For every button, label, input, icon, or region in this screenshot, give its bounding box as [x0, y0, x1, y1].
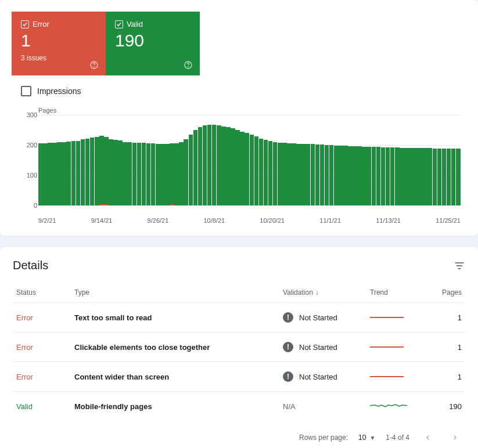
- y-tick: 0: [34, 202, 37, 209]
- col-type[interactable]: Type: [71, 283, 279, 303]
- cell-trend: [366, 392, 430, 422]
- pager-rows-select[interactable]: 10 ▼: [358, 433, 375, 442]
- bar: [231, 115, 235, 205]
- bar: [235, 115, 240, 205]
- x-tick: 11/25/21: [436, 217, 461, 224]
- status-card-valid-value: 190: [115, 31, 191, 50]
- details-panel: Details Status Type Validation↓ Trend Pa…: [0, 247, 478, 448]
- bar: [127, 115, 132, 205]
- pager-next-button[interactable]: [447, 429, 463, 446]
- checkbox-checked-icon: [115, 20, 123, 28]
- svg-rect-4: [455, 262, 464, 263]
- status-card-error[interactable]: Error 1 3 issues: [12, 12, 106, 75]
- bar: [221, 115, 226, 205]
- bar: [353, 115, 357, 205]
- bar: [362, 115, 366, 205]
- bar: [250, 115, 254, 205]
- pager-prev-button[interactable]: [420, 429, 436, 446]
- bar: [66, 115, 71, 205]
- table-row[interactable]: ValidMobile-friendly pagesN/A190: [13, 392, 465, 422]
- status-card-valid-label: Valid: [127, 20, 143, 28]
- bar: [437, 115, 442, 205]
- impressions-checkbox[interactable]: [21, 86, 31, 96]
- table-row[interactable]: ErrorText too small to read!Not Started1: [13, 303, 465, 333]
- bar: [442, 115, 447, 205]
- x-tick: 9/26/21: [148, 217, 169, 224]
- bar: [179, 115, 184, 205]
- bar: [282, 115, 287, 205]
- bar: [142, 115, 146, 205]
- bar: [170, 115, 174, 205]
- bar: [348, 115, 353, 205]
- bar: [456, 115, 461, 205]
- bar: [423, 115, 427, 205]
- x-tick: 9/2/21: [38, 217, 56, 224]
- alert-icon: !: [283, 371, 293, 382]
- cell-type: Clickable elements too close together: [71, 333, 279, 362]
- bar: [146, 115, 151, 205]
- bar: [156, 115, 160, 205]
- bar: [325, 115, 329, 205]
- bar: [301, 115, 306, 205]
- cell-type: Mobile-friendly pages: [71, 392, 279, 422]
- filter-icon[interactable]: [454, 260, 465, 272]
- cell-status: Error: [13, 362, 71, 392]
- details-table: Status Type Validation↓ Trend Pages Erro…: [13, 283, 465, 421]
- bar: [339, 115, 343, 205]
- cell-validation: !Not Started: [279, 333, 366, 362]
- x-tick: 11/1/21: [319, 217, 341, 224]
- bar: [95, 115, 99, 205]
- table-pager: Rows per page: 10 ▼ 1-4 of 4: [13, 421, 465, 448]
- col-pages[interactable]: Pages: [430, 283, 465, 303]
- bar: [43, 115, 48, 205]
- status-cards-row: Error 1 3 issues Valid 190: [0, 0, 478, 75]
- bar: [137, 115, 142, 205]
- y-tick: 100: [27, 172, 37, 179]
- col-trend[interactable]: Trend: [366, 283, 430, 303]
- overview-panel: Error 1 3 issues Valid 190 Impressions P…: [0, 0, 478, 236]
- bar: [62, 115, 66, 205]
- bar: [404, 115, 409, 205]
- bar: [85, 115, 90, 205]
- help-icon[interactable]: [89, 60, 99, 70]
- bar: [376, 115, 381, 205]
- cell-trend: [366, 333, 430, 362]
- cell-validation: !Not Started: [279, 303, 366, 333]
- trend-flat-icon: [370, 346, 404, 348]
- bar: [306, 115, 310, 205]
- cell-pages: 190: [430, 392, 465, 422]
- x-tick: 10/20/21: [260, 217, 285, 224]
- cell-type: Text too small to read: [71, 303, 279, 333]
- bar: [372, 115, 376, 205]
- svg-rect-5: [457, 265, 462, 266]
- bar: [390, 115, 395, 205]
- bar: [334, 115, 339, 205]
- chart-area: Pages 0100200300 9/2/219/14/219/26/2110/…: [0, 101, 478, 224]
- bar: [81, 115, 85, 205]
- cell-pages: 1: [430, 333, 465, 362]
- bar: [287, 115, 292, 205]
- help-icon[interactable]: [184, 60, 193, 70]
- cell-status: Valid: [13, 392, 71, 422]
- bar: [273, 115, 278, 205]
- status-card-valid[interactable]: Valid 190: [106, 12, 200, 75]
- chevron-down-icon: ▼: [369, 435, 375, 441]
- bar: [189, 115, 193, 205]
- cell-validation: N/A: [279, 392, 366, 422]
- bar: [245, 115, 249, 205]
- bar: [381, 115, 386, 205]
- cell-trend: [366, 303, 430, 333]
- bar: [151, 115, 156, 205]
- chart-y-title: Pages: [38, 107, 466, 114]
- bar: [99, 115, 104, 205]
- col-status[interactable]: Status: [13, 283, 71, 303]
- impressions-label: Impressions: [37, 86, 81, 96]
- pager-rows-label: Rows per page:: [299, 433, 348, 442]
- checkbox-checked-icon: [21, 20, 29, 28]
- bar: [357, 115, 362, 205]
- col-validation[interactable]: Validation↓: [279, 283, 366, 303]
- trend-flat-icon: [370, 376, 404, 377]
- svg-point-3: [188, 67, 189, 67]
- table-row[interactable]: ErrorClickable elements too close togeth…: [13, 333, 465, 362]
- table-row[interactable]: ErrorContent wider than screen!Not Start…: [13, 362, 465, 392]
